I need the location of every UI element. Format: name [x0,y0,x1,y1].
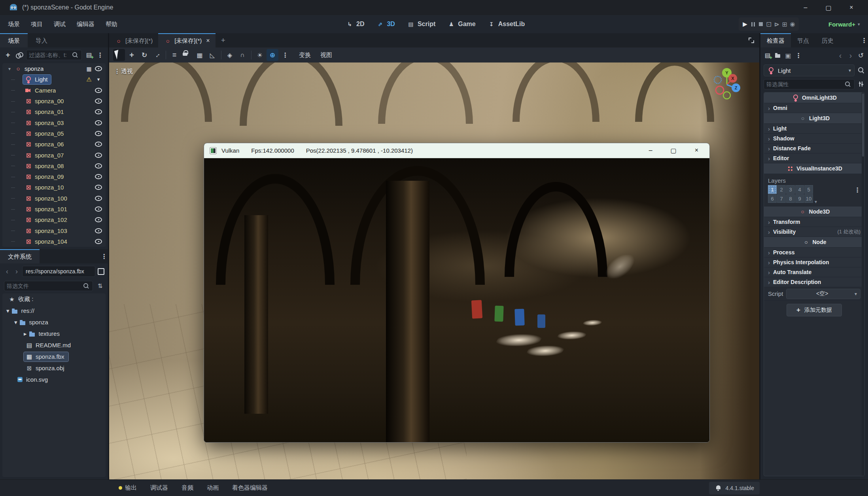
node-badge-icon[interactable] [85,129,93,137]
layer-toggle[interactable]: 8 [786,194,795,203]
visibility-toggle-icon[interactable] [95,173,102,181]
close-tab-icon[interactable]: × [206,37,210,44]
visibility-toggle-icon[interactable] [95,205,102,213]
tab-filesystem[interactable]: 文件系统 [0,249,40,263]
workspace-script-button[interactable]: Script [402,18,440,30]
visibility-toggle-icon[interactable] [95,237,102,245]
scene-node-sponza-103[interactable]: sponza_103 [2,225,106,236]
save-resource-button[interactable] [784,51,792,59]
layer-toggle[interactable]: 1 [768,185,777,194]
visibility-toggle-icon[interactable] [95,140,102,148]
fold-editor-description[interactable]: Editor Description [764,277,864,287]
layer-toggle[interactable]: 5 [804,185,813,194]
scene-node-sponza[interactable]: ▾ sponza [2,63,106,74]
stop-button[interactable] [757,20,765,28]
node-badge-icon[interactable] [85,65,93,73]
property-tools-button[interactable] [857,80,865,88]
layers-menu-button[interactable] [853,186,861,194]
instance-scene-button[interactable] [15,51,23,59]
node-badge-icon[interactable] [85,216,93,224]
view-menu[interactable]: 视图 [316,50,336,61]
node-badge-icon[interactable] [85,194,93,202]
fs-file-sponza-obj[interactable]: sponza.obj [2,362,106,374]
fs-res-root[interactable]: ▾ res:// [2,305,106,316]
expander-icon[interactable]: ▾ [14,319,17,326]
new-resource-button[interactable] [764,51,772,59]
edit-history-button[interactable] [857,51,865,59]
version-info[interactable]: 4.4.1.stable [709,482,760,494]
fold-process[interactable]: Process [764,248,864,257]
node-badge-icon[interactable] [85,86,93,94]
game-maximize-button[interactable]: ▢ [671,147,677,154]
class-header-light3d[interactable]: Light3D [764,113,864,124]
renderer-select[interactable]: Forward+ ▾ [828,15,860,33]
visibility-toggle-icon[interactable] [95,227,102,235]
workspace-assetlib-button[interactable]: AssetLib [483,18,530,30]
dock-menu-button[interactable] [100,252,108,260]
scene-tab-unsaved-2[interactable]: [未保存](*) × [158,33,216,47]
class-header-visualinstance3d[interactable]: VisualInstance3D [764,163,864,174]
fold-auto-translate[interactable]: Auto Translate [764,267,864,277]
fold-distance-fade[interactable]: Distance Fade [764,144,864,153]
maximize-button[interactable]: ▢ [823,4,834,11]
node-badge-icon[interactable] [85,237,93,245]
node-badge-icon[interactable] [85,162,93,170]
expander-icon[interactable]: ▾ [6,66,13,72]
visibility-toggle-icon[interactable] [95,184,102,191]
add-node-button[interactable] [4,51,12,59]
class-header-node3d[interactable]: Node3D [764,206,864,217]
visibility-toggle-icon[interactable] [95,194,102,202]
node-badge-icon[interactable] [85,227,93,235]
preview-environment-button[interactable] [267,49,278,61]
visibility-toggle-icon[interactable] [95,76,102,83]
list-select-button[interactable] [168,49,180,61]
fold-physics-interpolation[interactable]: Physics Interpolation [764,257,864,267]
add-metadata-button[interactable]: + 添加元数据 [787,304,842,316]
layer-toggle[interactable]: 3 [786,185,795,194]
scene-node-sponza-03[interactable]: sponza_03 [2,117,106,128]
scene-tree-menu-button[interactable] [96,51,104,59]
bottom-panel-debugger[interactable]: 调试器 [146,482,173,494]
node-badge-icon[interactable] [85,108,93,116]
scene-node-sponza-100[interactable]: sponza_100 [2,193,106,204]
play-scene-button[interactable] [773,20,781,28]
fs-file-sponza-fbx[interactable]: sponza.fbx [2,351,106,362]
sun-environment-menu-button[interactable] [279,49,291,61]
node-badge-icon[interactable] [85,119,93,127]
class-header-node[interactable]: Node [764,237,864,248]
rotate-tool-button[interactable] [138,49,150,61]
history-back-button[interactable] [836,51,844,59]
inspector-scrollbar[interactable] [862,93,864,476]
class-header-omnilight3d[interactable]: OmniLight3D [764,93,864,103]
transform-menu[interactable]: 变换 [295,50,315,61]
file-filter-input[interactable] [7,283,82,289]
bottom-panel-animation[interactable]: 动画 [202,482,223,494]
scene-filter-input[interactable] [29,52,71,58]
game-close-button[interactable]: × [695,147,698,154]
node-badge-icon[interactable] [85,173,93,181]
visibility-toggle-icon[interactable] [95,129,102,137]
chevron-down-icon[interactable]: ▾ [815,199,817,204]
fold-omni[interactable]: Omni [764,103,864,113]
visibility-toggle-icon[interactable] [95,86,102,94]
menu-scene[interactable]: 场景 [2,18,25,30]
load-resource-button[interactable] [774,51,782,59]
fold-visibility[interactable]: Visibility (1 处改动) [764,227,864,237]
sort-files-button[interactable] [96,282,104,290]
scene-node-sponza-05[interactable]: sponza_05 [2,128,106,139]
visibility-toggle-icon[interactable] [95,162,102,170]
expander-icon[interactable]: ▾ [6,307,9,314]
nav-back-button[interactable]: ‹ [3,267,11,276]
attach-script-button[interactable] [85,51,93,59]
snap-toggle-button[interactable] [236,49,248,61]
tab-import[interactable]: 导入 [28,33,55,47]
menu-debug[interactable]: 调试 [48,18,71,30]
select-tool-button[interactable] [113,49,125,61]
ruler-mode-button[interactable] [206,49,218,61]
workspace-game-button[interactable]: Game [443,18,480,30]
property-filter-input[interactable] [766,81,844,87]
scene-node-camera[interactable]: Camera [2,85,106,96]
scene-node-light[interactable]: Light [2,74,106,85]
fold-editor[interactable]: Editor [764,153,864,163]
layer-toggle[interactable]: 10 [804,194,813,203]
